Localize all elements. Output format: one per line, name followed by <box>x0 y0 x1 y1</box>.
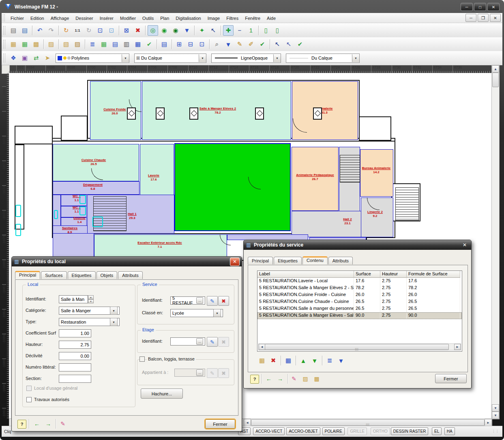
delete-vector-icon[interactable]: ✖ <box>133 25 143 36</box>
toggle-ortho[interactable]: ORTHO <box>371 427 390 435</box>
table-row[interactable]: 5 RESTAURATION.Cuisine Chaude - Cuisine2… <box>257 298 462 305</box>
move-up-icon[interactable]: ▲ <box>298 355 309 366</box>
close-icon[interactable]: ✕ <box>460 241 469 249</box>
lineweight-combo[interactable]: Du Calque ▼ <box>286 54 360 63</box>
toggle-ha[interactable]: HA <box>444 427 455 435</box>
menu-aide[interactable]: Aide <box>264 14 279 22</box>
scroll-down-icon[interactable]: ▼ <box>492 404 499 412</box>
clear-appartient-icon[interactable]: ✖ <box>218 368 229 378</box>
plan-split-icon[interactable]: ▧ <box>61 39 71 49</box>
column-header-formule-de-surface[interactable]: Formule de Surface <box>407 271 460 278</box>
room-bottom-right-purple[interactable] <box>227 234 308 240</box>
resize-grip[interactable]: ⋮⋮ <box>492 429 499 433</box>
service-identifiant-field[interactable]: 5 RESTAUF... <box>170 296 205 305</box>
segment-select-icon[interactable]: ↖ <box>208 25 219 36</box>
clear-etage-icon[interactable]: ✖ <box>218 337 229 347</box>
scroll-up-icon[interactable]: ▲ <box>492 65 499 73</box>
plan-check-icon[interactable]: ✔ <box>144 39 154 49</box>
toggle-accro-objet[interactable]: ACCRO-OBJET <box>286 427 320 435</box>
tab-attributs[interactable]: Attributs <box>328 257 353 264</box>
section-field[interactable] <box>59 375 91 383</box>
classe-en-select[interactable]: Lycée▼ <box>170 309 223 317</box>
chevron-down-icon[interactable]: ▼ <box>213 309 221 317</box>
select-target-icon[interactable]: ◎ <box>148 25 158 36</box>
local-add-icon[interactable]: ▦ <box>257 355 267 366</box>
identifiant-field[interactable]: Salle à Man <box>59 295 88 303</box>
menu-dessiner[interactable]: Dessiner <box>72 14 96 22</box>
toolbar-grip[interactable] <box>3 26 5 35</box>
menu-edition[interactable]: Edition <box>27 14 47 22</box>
menu-image[interactable]: Image <box>204 14 223 22</box>
linetype-combo[interactable]: LigneOpaque ▼ <box>211 54 281 63</box>
toolbar-grip[interactable] <box>3 40 5 49</box>
eyedropper-icon[interactable]: ✎ <box>207 296 218 306</box>
db-edit-icon[interactable]: ⊟ <box>185 39 196 49</box>
horizontal-scroll-thumb[interactable]: ||| <box>251 419 485 426</box>
transfer-check-icon[interactable]: ✔ <box>257 39 268 49</box>
browse-button[interactable]: ... <box>196 369 203 376</box>
menu-inserer[interactable]: Insérer <box>97 14 117 22</box>
filter-table-icon[interactable]: ▼ <box>336 355 346 366</box>
tab-surfaces[interactable]: Surfaces <box>41 271 66 279</box>
select-remove-icon[interactable]: − <box>234 25 245 36</box>
etage-identifiant-field[interactable]: ... <box>170 337 205 346</box>
plan-sheet-icon[interactable]: ▤ <box>110 39 120 49</box>
db-view-icon[interactable]: ⊡ <box>197 39 207 49</box>
scroll-right-icon[interactable]: ► <box>485 419 492 426</box>
print-icon[interactable]: ▤ <box>19 25 30 36</box>
close-button[interactable]: ✕ <box>487 3 500 11</box>
categorie-select[interactable]: Salle à Manger▼ <box>59 307 120 315</box>
find-icon[interactable]: ⌕ <box>212 39 222 49</box>
plan-export-icon[interactable]: ▨ <box>300 374 310 383</box>
close-icon[interactable]: ✕ <box>230 258 240 266</box>
hauteur-field[interactable]: 2.75 <box>59 341 91 349</box>
tab-attributs[interactable]: Attributs <box>118 271 142 279</box>
tab-contenu[interactable]: Contenu <box>302 256 328 264</box>
menu-fenetre[interactable]: Fenêtre <box>242 14 264 22</box>
select-crossing-icon[interactable]: ◉ <box>170 25 181 36</box>
menu-plan[interactable]: Plan <box>157 14 172 22</box>
tab-etiquettes[interactable]: Etiquettes <box>274 257 302 264</box>
scroll-left-icon[interactable]: ◄ <box>259 344 265 350</box>
print-setup-icon[interactable]: ▤ <box>8 25 19 36</box>
chevron-down-icon[interactable]: ▼ <box>110 318 118 326</box>
pick-local-icon[interactable]: ↖ <box>272 39 283 49</box>
pick-object-icon[interactable]: ➤ <box>42 53 53 63</box>
chevron-down-icon[interactable]: ▼ <box>122 54 129 62</box>
help-icon[interactable]: ? <box>17 420 26 429</box>
contenu-table[interactable]: LabelSurfaceHauteurFormule de Surface 5 … <box>257 270 462 352</box>
local-delete-icon[interactable]: ✖ <box>268 355 279 366</box>
undo-icon[interactable]: ↶ <box>34 25 45 36</box>
table-hscrollbar[interactable]: ◄ ||| ► <box>258 343 461 350</box>
table-row[interactable]: 5 RESTAURATION.Salle à Manger Elèves - S… <box>257 312 462 319</box>
move-down-icon[interactable]: ▼ <box>309 355 320 366</box>
select-filter-icon[interactable]: ▼ <box>182 25 192 36</box>
scroll-right-icon[interactable]: ► <box>454 344 461 350</box>
previous-icon[interactable]: ← <box>32 419 42 428</box>
brush-icon[interactable]: ✎ <box>289 374 299 383</box>
help-icon[interactable]: ? <box>250 375 259 384</box>
scroll-left-icon[interactable]: ◄ <box>244 419 251 426</box>
toggle-accro-vect[interactable]: ACCRO-VECT <box>253 427 285 435</box>
tab-principal[interactable]: Principal <box>15 271 40 279</box>
delete-raster-icon[interactable]: ⊠ <box>121 25 132 36</box>
eyedropper-icon[interactable]: ✎ <box>207 368 218 378</box>
column-header-hauteur[interactable]: Hauteur <box>380 271 407 278</box>
toggle-grille[interactable]: GRILLE <box>347 427 367 435</box>
column-header-label[interactable]: Label <box>257 271 354 278</box>
chevron-down-icon[interactable]: ▼ <box>273 54 281 62</box>
toggle-polaire[interactable]: POLAIRE <box>322 427 345 435</box>
menu-fichier[interactable]: Fichier <box>7 14 27 22</box>
mdi-close-button[interactable]: ✕ <box>490 14 501 22</box>
chevron-down-icon[interactable]: ▼ <box>352 54 359 62</box>
select-one-icon[interactable]: 1 <box>246 25 256 36</box>
pick-confirm-icon[interactable]: ✔ <box>295 39 305 49</box>
fermer-button[interactable]: Fermer <box>205 419 235 429</box>
plan-import-icon[interactable]: ▩ <box>312 374 322 383</box>
tab-principal[interactable]: Principal <box>248 257 273 264</box>
redo-icon[interactable]: ↷ <box>46 25 56 36</box>
clear-service-icon[interactable]: ✖ <box>218 296 229 306</box>
node-select-icon[interactable]: ✦ <box>197 25 207 36</box>
vertical-scroll-thumb[interactable] <box>492 73 499 87</box>
minimize-button[interactable]: ─ <box>461 3 473 11</box>
